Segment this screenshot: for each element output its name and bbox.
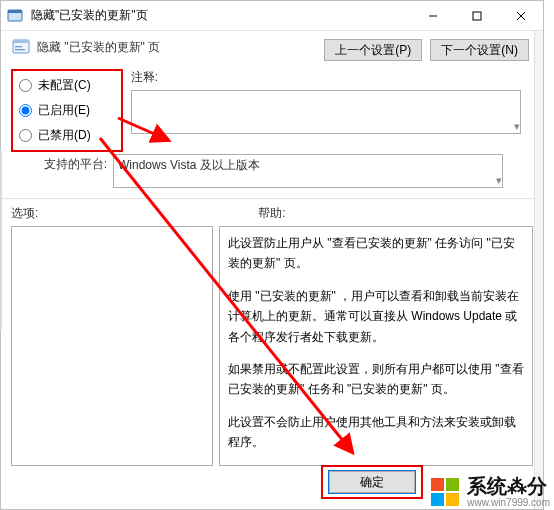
radio-disabled[interactable]: 已禁用(D) (19, 127, 91, 144)
supported-platform-textbox: Windows Vista 及以上版本 ▾ (113, 154, 503, 188)
radio-not-configured-label: 未配置(C) (38, 77, 91, 94)
config-area: 未配置(C) 已启用(E) 已禁用(D) 注释: ▾ (1, 65, 543, 152)
svg-rect-9 (15, 49, 25, 50)
titlebar: 隐藏"已安装的更新"页 (1, 1, 543, 31)
app-icon (7, 8, 23, 24)
page-subtitle: 隐藏 "已安装的更新" 页 (37, 37, 324, 56)
background-window-edge (0, 150, 2, 330)
dialog-action-buttons: 确定 (321, 465, 423, 499)
radio-disabled-label: 已禁用(D) (38, 127, 91, 144)
options-label: 选项: (11, 205, 38, 222)
policy-page-icon (11, 37, 31, 57)
next-setting-button[interactable]: 下一个设置(N) (430, 39, 529, 61)
radio-disabled-input[interactable] (19, 129, 32, 142)
platform-row: 支持的平台: Windows Vista 及以上版本 ▾ (1, 154, 543, 188)
comment-label: 注释: (131, 69, 533, 86)
help-paragraph: 此设置不会防止用户使用其他工具和方法来安装或卸载程序。 (228, 412, 524, 453)
help-panel[interactable]: 此设置防止用户从 "查看已安装的更新" 任务访问 "已安装的更新" 页。 使用 … (219, 226, 533, 466)
svg-rect-7 (13, 40, 29, 43)
help-paragraph: 使用 "已安装的更新" ，用户可以查看和卸载当前安装在计算机上的更新。通常可以直… (228, 286, 524, 347)
svg-rect-8 (15, 46, 22, 47)
supported-platform-label: 支持的平台: (29, 154, 107, 173)
help-paragraph: 此设置防止用户从 "查看已安装的更新" 任务访问 "已安装的更新" 页。 (228, 233, 524, 274)
comment-platform-column: 注释: ▾ (131, 69, 533, 134)
radio-enabled-input[interactable] (19, 104, 32, 117)
radio-not-configured[interactable]: 未配置(C) (19, 77, 91, 94)
close-button[interactable] (499, 1, 543, 30)
radio-not-configured-input[interactable] (19, 79, 32, 92)
ok-button[interactable]: 确定 (329, 471, 415, 493)
resize-grip-icon: ▾ (506, 119, 520, 133)
window-title: 隐藏"已安装的更新"页 (29, 7, 411, 24)
supported-platform-value: Windows Vista 及以上版本 (118, 158, 260, 172)
ok-button-highlight: 确定 (321, 465, 423, 499)
policy-dialog-window: 隐藏"已安装的更新"页 隐藏 "已安装的更新" 页 上一个设置(P) 下一个设置… (0, 0, 544, 510)
svg-rect-1 (8, 10, 22, 13)
window-controls (411, 1, 543, 30)
svg-rect-3 (473, 12, 481, 20)
minimize-button[interactable] (411, 1, 455, 30)
divider (1, 198, 543, 199)
help-label: 帮助: (258, 205, 285, 222)
maximize-button[interactable] (455, 1, 499, 30)
radio-enabled[interactable]: 已启用(E) (19, 102, 91, 119)
header-row: 隐藏 "已安装的更新" 页 上一个设置(P) 下一个设置(N) (1, 31, 543, 65)
window-right-border (534, 31, 543, 509)
resize-grip-icon: ▾ (488, 173, 502, 187)
radio-enabled-label: 已启用(E) (38, 102, 90, 119)
columns: 此设置防止用户从 "查看已安装的更新" 任务访问 "已安装的更新" 页。 使用 … (1, 226, 543, 466)
comment-textarea[interactable]: ▾ (131, 90, 521, 134)
mid-labels-row: 选项: 帮助: (1, 201, 543, 226)
help-paragraph: 如果禁用或不配置此设置，则所有用户都可以使用 "查看已安装的更新" 任务和 "已… (228, 359, 524, 400)
previous-setting-button[interactable]: 上一个设置(P) (324, 39, 422, 61)
options-panel[interactable] (11, 226, 213, 466)
state-radio-group: 未配置(C) 已启用(E) 已禁用(D) (11, 69, 123, 152)
nav-buttons: 上一个设置(P) 下一个设置(N) (324, 37, 533, 61)
